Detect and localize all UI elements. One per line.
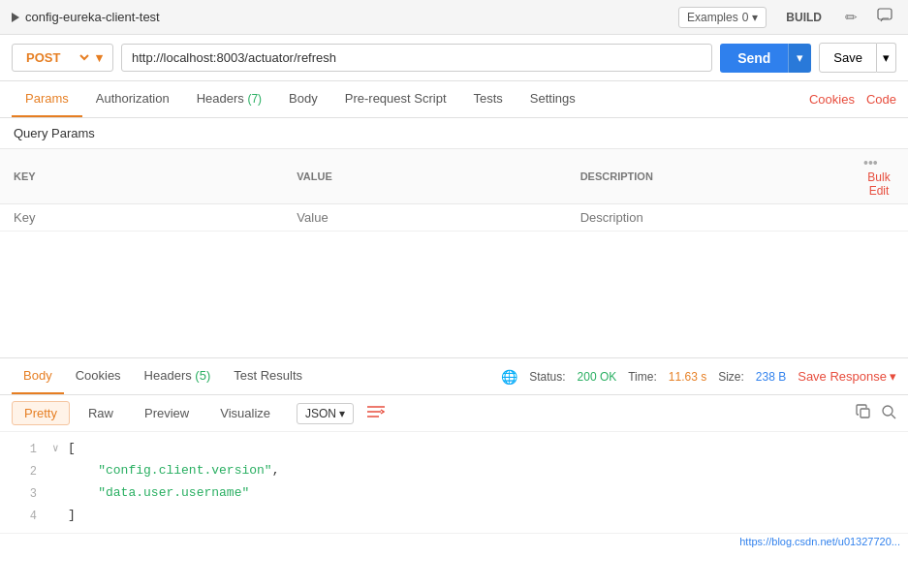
size-value: 238 B [756, 370, 786, 384]
send-dropdown-button[interactable]: ▾ [788, 44, 811, 73]
res-tab-test-results[interactable]: Test Results [222, 358, 314, 394]
description-input[interactable] [580, 210, 836, 225]
save-dropdown-button[interactable]: ▾ [877, 43, 896, 73]
response-tabs: Body Cookies Headers (5) Test Results 🌐 … [0, 358, 908, 395]
tab-headers[interactable]: Headers (7) [183, 81, 275, 117]
status-label: Status: [529, 370, 565, 384]
json-label: JSON [305, 407, 336, 420]
json-chevron-icon: ▾ [339, 407, 345, 420]
value-column-header: VALUE [283, 149, 566, 204]
svg-rect-0 [878, 9, 892, 19]
res-tab-body[interactable]: Body [12, 358, 64, 394]
code-line-3: 3 "data.user.username" [0, 482, 908, 505]
globe-icon: 🌐 [501, 369, 517, 385]
watermark: https://blog.csdn.net/u01327720... [0, 533, 908, 549]
time-value: 11.63 s [669, 370, 706, 384]
json-format-selector[interactable]: JSON ▾ [297, 403, 354, 424]
tab-tests[interactable]: Tests [460, 81, 517, 117]
svg-point-5 [883, 406, 892, 416]
format-right-actions [856, 404, 896, 423]
description-cell [567, 204, 850, 232]
actions-column-header: ••• Bulk Edit [850, 149, 908, 204]
size-label: Size: [718, 370, 744, 384]
chevron-down-icon: ▾ [752, 11, 758, 24]
description-column-header: DESCRIPTION [567, 149, 850, 204]
save-response-button[interactable]: Save Response ▾ [798, 369, 896, 384]
code-bracket-open: [ [68, 438, 898, 459]
fmt-tab-visualize[interactable]: Visualize [207, 401, 283, 425]
save-response-chevron: ▾ [890, 369, 896, 384]
code-area: 1 ∨ [ 2 "config.client.version", 3 "data… [0, 432, 908, 533]
edit-icon[interactable]: ✏ [841, 7, 861, 28]
send-group: Send ▾ [720, 44, 811, 73]
fmt-tab-raw[interactable]: Raw [76, 401, 126, 425]
build-button[interactable]: BUILD [778, 8, 830, 27]
row-actions [850, 204, 908, 232]
search-button[interactable] [881, 404, 896, 423]
request-tabs: Params Authorization Headers (7) Body Pr… [0, 81, 908, 118]
tab-authorization[interactable]: Authorization [82, 81, 183, 117]
response-area: Body Cookies Headers (5) Test Results 🌐 … [0, 358, 908, 549]
line-number: 2 [10, 460, 37, 482]
request-body-spacer [0, 232, 908, 357]
request-tabs-right: Cookies Code [809, 92, 896, 107]
format-bar: Pretty Raw Preview Visualize JSON ▾ [0, 395, 908, 432]
request-section: Query Params KEY VALUE DESCRIPTION ••• B… [0, 118, 908, 357]
send-button[interactable]: Send [720, 44, 788, 73]
key-input[interactable] [14, 210, 269, 225]
examples-label: Examples [687, 11, 738, 24]
code-line-1: 1 ∨ [ [0, 438, 908, 460]
url-bar: POST GET PUT DELETE PATCH ▾ Send ▾ Save … [0, 35, 908, 81]
line-number: 3 [10, 482, 37, 505]
value-cell [283, 204, 566, 232]
top-bar: config-eureka-client-test Examples 0 ▾ B… [0, 0, 908, 35]
copy-button[interactable] [856, 404, 871, 423]
query-params-label: Query Params [0, 118, 908, 148]
save-button[interactable]: Save [819, 43, 877, 73]
method-selector[interactable]: POST GET PUT DELETE PATCH ▾ [12, 44, 113, 72]
save-response-label: Save Response [798, 369, 887, 384]
res-tab-cookies[interactable]: Cookies [64, 358, 133, 394]
tab-prerequest[interactable]: Pre-request Script [331, 81, 460, 117]
method-dropdown[interactable]: POST GET PUT DELETE PATCH [22, 49, 92, 66]
wrap-button[interactable] [367, 405, 385, 422]
key-cell [0, 204, 283, 232]
code-bracket-close: ] [68, 505, 898, 526]
bulk-edit-button[interactable]: Bulk Edit [863, 170, 894, 198]
examples-button[interactable]: Examples 0 ▾ [678, 7, 767, 28]
time-label: Time: [628, 370, 657, 384]
top-bar-left: config-eureka-client-test [12, 10, 160, 24]
key-column-header: KEY [0, 149, 283, 204]
code-line-2: 2 "config.client.version", [0, 460, 908, 482]
save-group: Save ▾ [819, 43, 896, 73]
svg-line-6 [892, 415, 895, 418]
tab-body[interactable]: Body [275, 81, 331, 117]
top-bar-right: Examples 0 ▾ BUILD ✏ [678, 6, 896, 28]
more-options-button[interactable]: ••• [863, 155, 878, 170]
cookies-link[interactable]: Cookies [809, 92, 855, 107]
fmt-tab-pretty[interactable]: Pretty [12, 401, 70, 425]
collapse-toggle[interactable]: ∨ [52, 438, 64, 459]
svg-rect-4 [861, 409, 869, 418]
method-chevron: ▾ [96, 50, 103, 65]
code-link[interactable]: Code [866, 92, 896, 107]
line-number: 4 [10, 505, 37, 527]
response-meta: 🌐 Status: 200 OK Time: 11.63 s Size: 238… [501, 369, 896, 385]
examples-count: 0 [742, 11, 749, 24]
tab-params[interactable]: Params [12, 81, 82, 117]
params-table: KEY VALUE DESCRIPTION ••• Bulk Edit [0, 148, 908, 232]
fmt-tab-preview[interactable]: Preview [132, 401, 202, 425]
table-row [0, 204, 908, 232]
tab-settings[interactable]: Settings [517, 81, 589, 117]
code-value-1: "config.client.version", [68, 460, 898, 481]
request-title: config-eureka-client-test [25, 10, 160, 24]
comment-icon[interactable] [873, 6, 896, 28]
res-tab-headers[interactable]: Headers (5) [133, 358, 223, 394]
code-line-4: 4 ] [0, 505, 908, 527]
value-input[interactable] [297, 210, 552, 225]
code-value-2: "data.user.username" [68, 482, 898, 504]
line-number: 1 [10, 438, 37, 460]
collapse-icon[interactable] [12, 13, 19, 22]
status-value: 200 OK [578, 370, 617, 384]
url-input[interactable] [121, 44, 712, 72]
